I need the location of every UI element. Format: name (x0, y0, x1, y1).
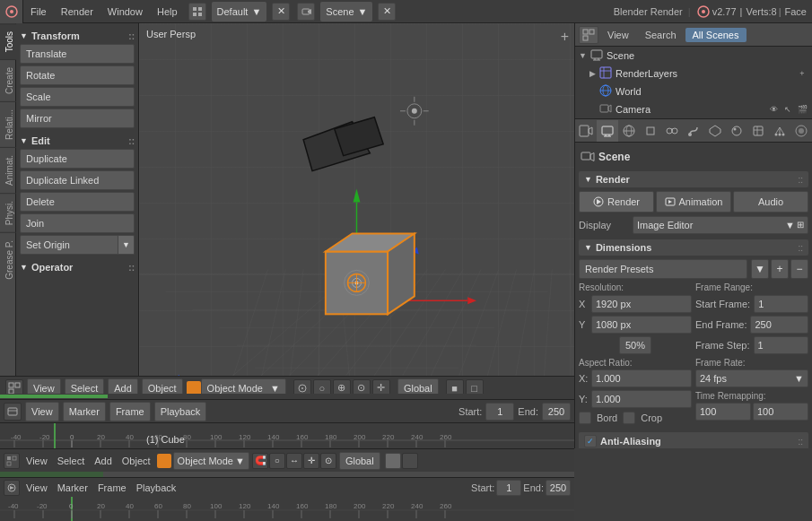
end-frame-field[interactable]: 250 (542, 403, 571, 421)
tl-marker-btn[interactable]: Marker (54, 482, 92, 493)
pivot2-icon[interactable]: ⊙ (320, 453, 336, 469)
layer-btn-1[interactable] (385, 453, 401, 469)
animation-button[interactable]: Animation (656, 191, 731, 213)
aspect-x-field[interactable]: 1.000 (591, 369, 692, 387)
time-new-field[interactable]: 100 (753, 403, 808, 421)
props-tab-world[interactable] (618, 120, 640, 142)
display-value-field[interactable]: Image Editor ▼ ⊞ (633, 216, 808, 234)
panel-all-scenes-btn[interactable]: All Scenes (685, 28, 747, 42)
props-tab-physics[interactable] (790, 120, 812, 142)
workspace-selector[interactable]: Default ▼ (212, 2, 267, 22)
timeline-view-menu[interactable]: View (25, 402, 59, 421)
tl-frame-btn[interactable]: Frame (94, 482, 130, 493)
sidebar-tab-physics[interactable]: Physi. (0, 193, 16, 232)
panel-view-btn[interactable]: View (600, 30, 636, 40)
crop-checkbox[interactable] (623, 412, 635, 424)
menu-render[interactable]: Render (54, 0, 100, 22)
sidebar-tab-tools[interactable]: Tools (0, 23, 16, 59)
timeline-icon[interactable] (4, 403, 22, 421)
timeline-frame-menu[interactable]: Frame (109, 402, 151, 421)
timeline-marker-menu[interactable]: Marker (63, 402, 106, 421)
display-view-icon[interactable]: ⊞ (797, 220, 804, 230)
presets-add-btn[interactable]: + (771, 259, 789, 279)
props-tab-constraints[interactable] (661, 120, 683, 142)
fps-field[interactable]: 24 fps ▼ (695, 369, 808, 387)
translate-button[interactable]: Translate (20, 44, 135, 64)
end-frame-field[interactable]: 250 (750, 316, 808, 334)
props-tab-material[interactable] (726, 120, 747, 142)
blender-logo[interactable] (0, 0, 23, 23)
timeline-ruler-bar[interactable]: -40 -20 0 20 40 60 80 100 120 140 160 18… (0, 497, 574, 521)
magnet-icon[interactable]: 🧲 (252, 453, 268, 469)
props-tab-texture[interactable] (747, 120, 769, 142)
render-presets-field[interactable]: Render Presets (579, 259, 747, 279)
scene-close-icon[interactable]: ✕ (378, 3, 396, 21)
tl-start-field[interactable]: 1 (496, 480, 521, 496)
bord-checkbox[interactable] (579, 412, 591, 424)
delete-button[interactable]: Delete (20, 192, 135, 212)
panel-search-btn[interactable]: Search (638, 30, 684, 40)
aspect-y-field[interactable]: 1.000 (591, 390, 692, 408)
duplicate-button[interactable]: Duplicate (20, 149, 135, 169)
audio-button[interactable]: Audio (733, 191, 808, 213)
sidebar-tab-grease[interactable]: Grease P. (0, 232, 16, 287)
res-x-field[interactable]: 1920 px (591, 295, 692, 313)
timeline-playback-menu[interactable]: Playback (154, 402, 207, 421)
res-y-field[interactable]: 1080 px (591, 316, 692, 334)
props-tab-render[interactable] (575, 120, 597, 142)
start-frame-field[interactable]: 1 (754, 295, 808, 313)
presets-dropdown-btn[interactable]: ▼ (751, 259, 769, 279)
scene-selector[interactable]: Scene ▼ (320, 2, 372, 22)
proportional-edit-icon[interactable]: ○ (269, 453, 285, 469)
props-tab-object[interactable] (640, 120, 661, 142)
timeline-icon-btn[interactable] (4, 480, 20, 496)
outliner-renderlayers[interactable]: ▶ RenderLayers + (586, 65, 812, 82)
render-button[interactable]: Render (579, 191, 654, 213)
rl-add-btn[interactable]: + (796, 67, 808, 80)
viewport-split-btn[interactable]: + (561, 29, 569, 45)
sidebar-tab-create[interactable]: Create (0, 59, 16, 101)
outliner-scene[interactable]: ▼ Scene (575, 47, 812, 65)
tl-view-btn[interactable]: View (22, 482, 51, 493)
start-frame-field[interactable]: 1 (485, 403, 514, 421)
display-browse-icon[interactable]: ▼ (785, 220, 795, 230)
props-tab-particle[interactable] (769, 120, 790, 142)
dimensions-section-header[interactable]: ▼ Dimensions :: (579, 239, 808, 256)
bottom-object-btn[interactable]: Object (118, 456, 154, 466)
mirror-button[interactable]: Mirror (20, 109, 135, 128)
menu-help[interactable]: Help (150, 0, 185, 22)
props-tab-scene[interactable] (597, 120, 618, 142)
aa-section-header[interactable]: ✓ Anti-Aliasing :: (579, 432, 808, 448)
bottom-view-btn[interactable]: View (22, 456, 51, 466)
rotate-button[interactable]: Rotate (20, 65, 135, 85)
bottom-object-mode-dropdown[interactable]: Object Mode ▼ (173, 452, 249, 470)
aa-enable-checkbox[interactable]: ✓ (584, 435, 597, 447)
bottom-global-dropdown[interactable]: Global (339, 452, 380, 470)
presets-remove-btn[interactable]: − (790, 259, 808, 279)
edit-section-header[interactable]: ▼ Edit :: (20, 135, 135, 146)
manipulator2-icon[interactable]: ✛ (303, 453, 319, 469)
outliner-world[interactable]: ▶ World (586, 82, 812, 100)
viewport-icon-small[interactable] (4, 453, 20, 469)
props-tab-modifier[interactable] (683, 120, 704, 142)
bottom-add-btn[interactable]: Add (91, 456, 116, 466)
time-old-field[interactable]: 100 (695, 403, 751, 421)
bottom-select-btn[interactable]: Select (54, 456, 89, 466)
frame-step-field[interactable]: 1 (754, 336, 808, 354)
transform2-icon[interactable]: ↔ (286, 453, 302, 469)
workspace-close-icon[interactable]: ✕ (272, 3, 290, 21)
sidebar-tab-animation[interactable]: Animat. (0, 147, 16, 193)
join-button[interactable]: Join (20, 213, 135, 233)
transform-section-header[interactable]: ▼ Transform :: (20, 30, 135, 41)
workspace-grid-icon[interactable] (188, 3, 206, 21)
camera-eye-btn[interactable]: 👁 (767, 103, 780, 116)
scale-button[interactable]: Scale (20, 87, 135, 107)
tl-playback-btn[interactable]: Playback (133, 482, 180, 493)
operator-section-header[interactable]: ▼ Operator :: (20, 262, 135, 273)
panel-header-icon[interactable] (579, 26, 598, 44)
sidebar-tab-relations[interactable]: Relati... (0, 101, 16, 147)
tl-end-field[interactable]: 250 (546, 480, 571, 496)
layer-btn-2[interactable] (402, 453, 418, 469)
menu-window[interactable]: Window (100, 0, 150, 22)
camera-render-btn[interactable]: 🎬 (796, 103, 808, 116)
